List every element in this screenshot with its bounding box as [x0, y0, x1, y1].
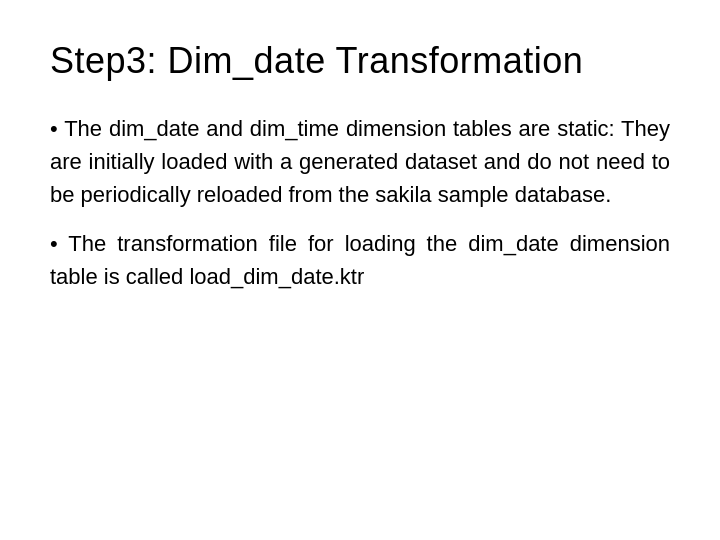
content-area: • The dim_date and dim_time dimension ta…	[50, 112, 670, 309]
page-title: Step3: Dim_date Transformation	[50, 40, 670, 82]
paragraph-2: • The transformation file for loading th…	[50, 227, 670, 293]
paragraph-1: • The dim_date and dim_time dimension ta…	[50, 112, 670, 211]
